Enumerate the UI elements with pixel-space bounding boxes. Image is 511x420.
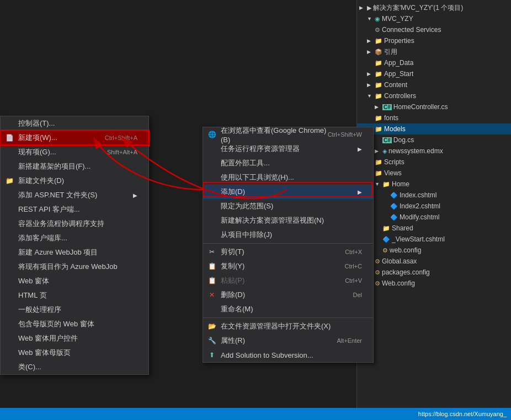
- main-cloud-support[interactable]: 容器业务流程协调程序支持: [1, 217, 148, 231]
- tree-item-controllers[interactable]: ▼ 📁 Controllers: [357, 90, 511, 101]
- tree-item-app-data[interactable]: 📁 App_Data: [357, 57, 511, 68]
- tree-item-scripts[interactable]: ▶ 📁 Scripts: [357, 157, 511, 168]
- sub-use-tools[interactable]: 使用以下工具浏览(H)...: [203, 170, 373, 185]
- main-html-page[interactable]: HTML 页: [1, 288, 148, 303]
- sub-copy[interactable]: 📋 复制(Y) Ctrl+C: [203, 259, 373, 273]
- project-name: MVC_YZY: [382, 15, 413, 23]
- tree-item-web-config-views[interactable]: ⚙ web.config: [357, 245, 511, 256]
- references-label: 引用: [384, 47, 397, 57]
- new-item-icon: 📄: [5, 134, 14, 142]
- global-asax-icon: ⚙: [375, 258, 380, 265]
- main-new-item[interactable]: 📄 新建项(W)... Ctrl+Shift+A: [1, 131, 148, 145]
- tree-item-content[interactable]: ▶ 📁 Content: [357, 79, 511, 90]
- web-config-label: Web.config: [382, 279, 415, 287]
- main-new-folder[interactable]: 📁 新建文件夹(D): [1, 174, 148, 188]
- status-bar: https://blog.csdn.net/Xumuyang_: [0, 408, 511, 420]
- global-asax-label: Global.asax: [382, 257, 417, 265]
- connected-services-icon: ⚙: [375, 26, 380, 34]
- main-existing-webjob[interactable]: 将现有项目作为 Azure WebJob: [1, 260, 148, 274]
- main-web-form-master[interactable]: 包含母版页的 Web 窗体: [1, 317, 148, 331]
- paste-icon: 📋: [207, 277, 216, 284]
- main-azure-webjob[interactable]: 新建 Azure WebJob 项目: [1, 245, 148, 260]
- tree-item-modify-cshtml[interactable]: 🔷 Modify.cshtml: [357, 212, 511, 223]
- browser-icon: 🌐: [207, 131, 216, 138]
- tree-item-viewstart[interactable]: 🔷 _ViewStart.cshtml: [357, 234, 511, 245]
- solution-root[interactable]: ▶ ▶ 解决方案'MVC_YZY'(1 个项目): [357, 2, 511, 13]
- solution-tree: ▶ ▶ 解决方案'MVC_YZY'(1 个项目) ▼ ◉ MVC_YZY ⚙ C…: [357, 0, 511, 291]
- models-label: Models: [384, 125, 406, 133]
- tree-item-models[interactable]: ▼ 📁 Models: [357, 123, 511, 134]
- viewstart-label: _ViewStart.cshtml: [392, 235, 445, 243]
- sub-external-tools[interactable]: 配置外部工具...: [203, 156, 373, 170]
- sub-add-to-subversion[interactable]: ⬆ Add Solution to Subversion...: [203, 348, 373, 362]
- views-label: Views: [384, 169, 402, 177]
- tree-item-packages-config[interactable]: ⚙ packages.config: [357, 267, 511, 278]
- main-web-master-page[interactable]: Web 窗体母版页: [1, 346, 148, 360]
- context-menu-sub: 🌐 在浏览器中查看(Google Chrome)(B) Ctrl+Shift+W…: [203, 127, 374, 363]
- main-web-form[interactable]: Web 窗体: [1, 274, 148, 288]
- tree-item-references[interactable]: ▶ 📦 引用: [357, 46, 511, 57]
- sub-properties[interactable]: 🔧 属性(R) Alt+Enter: [203, 333, 373, 348]
- tree-item-global-asax[interactable]: ▶ ⚙ Global.asax: [357, 256, 511, 267]
- sub-exclude[interactable]: 从项目中排除(J): [203, 228, 373, 242]
- project-node[interactable]: ▼ ◉ MVC_YZY: [357, 13, 511, 24]
- tree-item-index2-cshtml[interactable]: 🔷 Index2.cshtml: [357, 201, 511, 212]
- tree-item-home-folder[interactable]: ▼ 📁 Home: [357, 179, 511, 190]
- tree-item-views[interactable]: ▼ 📁 Views: [357, 168, 511, 179]
- main-rest-api[interactable]: REST API 客户端...: [1, 202, 148, 217]
- tree-item-shared[interactable]: 📁 Shared: [357, 223, 511, 234]
- packages-config-label: packages.config: [382, 268, 430, 276]
- main-class[interactable]: 类(C)...: [1, 360, 148, 374]
- controllers-label: Controllers: [384, 92, 416, 100]
- main-controller[interactable]: 控制器(T)...: [1, 116, 148, 131]
- content-icon: 📁: [375, 82, 382, 89]
- tree-item-dog[interactable]: C# Dog.cs: [357, 134, 511, 146]
- dog-cs-label: Dog.cs: [393, 136, 414, 144]
- connected-services-label: Connected Services: [382, 26, 441, 34]
- sub-paste[interactable]: 📋 粘贴(P) Ctrl+V: [203, 273, 373, 288]
- main-generic-handler[interactable]: 一般处理程序: [1, 303, 148, 317]
- packages-config-icon: ⚙: [375, 269, 380, 276]
- shared-icon: 📁: [382, 225, 390, 232]
- sub-view-in-browser[interactable]: 🌐 在浏览器中查看(Google Chrome)(B) Ctrl+Shift+W: [203, 127, 373, 142]
- main-web-user-control[interactable]: Web 窗体用户控件: [1, 331, 148, 346]
- controllers-icon: 📁: [375, 93, 382, 100]
- explorer-icon: 📂: [207, 322, 216, 330]
- web-config-views-icon: ⚙: [382, 247, 388, 254]
- main-new-scaffold[interactable]: 新搭建基架的项目(F)...: [1, 159, 148, 174]
- sub-scope-limit[interactable]: 限定为此范围(S): [203, 199, 373, 213]
- content-label: Content: [384, 81, 407, 89]
- references-icon: 📦: [375, 49, 382, 56]
- home-folder-label: Home: [392, 180, 409, 188]
- sub-add[interactable]: 添加(D) ▶: [203, 185, 373, 199]
- tree-item-connected-services[interactable]: ⚙ Connected Services: [357, 24, 511, 35]
- tree-item-homecontroller[interactable]: ▶ C# HomeController.cs: [357, 101, 511, 112]
- sub-delete[interactable]: ✕ 删除(D) Del: [203, 288, 373, 302]
- tree-item-web-config[interactable]: ⚙ Web.config: [357, 278, 511, 289]
- status-url: https://blog.csdn.net/Xumuyang_: [418, 411, 507, 417]
- tree-item-properties[interactable]: ▶ 📁 Properties: [357, 35, 511, 46]
- solution-icon: ▶: [367, 4, 371, 12]
- newssystem-label: newssystem.edmx: [388, 147, 443, 155]
- scripts-icon: 📁: [375, 159, 382, 166]
- tree-item-fonts[interactable]: 📁 fonts: [357, 112, 511, 123]
- project-icon: ◉: [375, 15, 380, 23]
- modify-cshtml-icon: 🔷: [390, 214, 398, 221]
- sub-new-solution-view[interactable]: 新建解决方案资源管理器视图(N): [203, 213, 373, 228]
- viewstart-icon: 🔷: [382, 236, 390, 243]
- sub-separator1: [203, 243, 373, 244]
- homecontroller-label: HomeController.cs: [393, 103, 448, 111]
- main-add-client[interactable]: 添加客户端库...: [1, 231, 148, 245]
- main-existing-item[interactable]: 现有项(G)... Shift+Alt+A: [1, 145, 148, 159]
- sub-cut[interactable]: ✂ 剪切(T) Ctrl+X: [203, 245, 373, 259]
- sub-rename[interactable]: 重命名(M): [203, 302, 373, 316]
- copy-icon: 📋: [207, 262, 216, 270]
- sub-open-in-explorer[interactable]: 📂 在文件资源管理器中打开文件夹(X): [203, 319, 373, 333]
- tree-item-app-start[interactable]: ▶ 📁 App_Start: [357, 68, 511, 79]
- dog-cs-icon: C#: [382, 137, 392, 143]
- tree-item-index-cshtml[interactable]: 🔷 Index.cshtml: [357, 190, 511, 201]
- app-start-icon: 📁: [375, 71, 382, 78]
- tree-item-newssystem[interactable]: ▶ ◈ newssystem.edmx: [357, 146, 511, 157]
- sub-task-runner[interactable]: 任务运行程序资源管理器 ▶: [203, 142, 373, 156]
- main-add-aspnet-folder[interactable]: 添加 ASP.NET 文件夹(S) ▶: [1, 188, 148, 202]
